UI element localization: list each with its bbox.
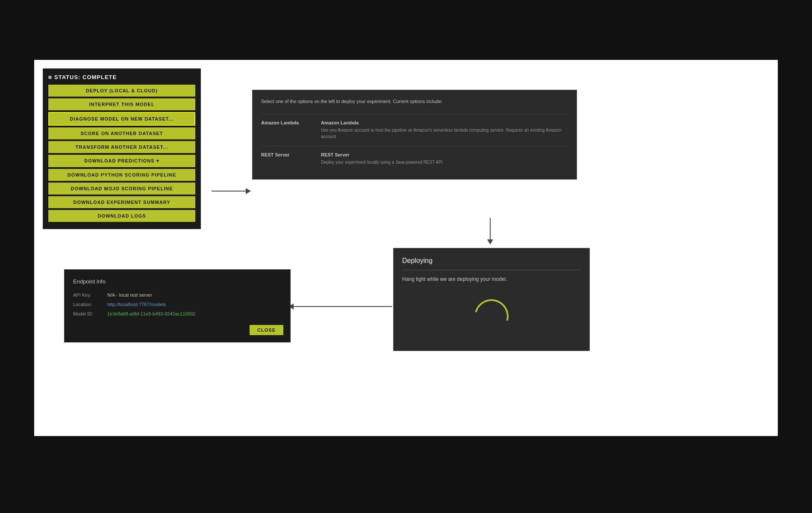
download-mojo-button[interactable]: DOWNLOAD MOJO SCORING PIPELINE [48, 183, 195, 195]
endpoint-row-location: Location: http://localhost:7767/models [73, 302, 282, 307]
deploying-text: Hang tight while we are deploying your m… [402, 276, 581, 282]
status-dot [48, 76, 52, 79]
arrow-left-line [294, 306, 392, 307]
download-pred-button[interactable]: DOWNLOAD PREDICTIONS ▾ [48, 155, 195, 167]
main-container: STATUS: COMPLETE DEPLOY (LOCAL & CLOUD) … [34, 60, 778, 436]
deploy-option-lambda[interactable]: Amazon Lambda Amazon Lambda Use you Amaz… [261, 114, 568, 146]
endpoint-location-label: Location: [73, 302, 107, 307]
endpoint-panel: Endpoint info API Key: N/A - local rest … [64, 269, 291, 342]
spinner-container [402, 295, 581, 342]
deploying-panel: Deploying Hang tight while we are deploy… [393, 248, 590, 351]
download-logs-button[interactable]: DOWNLOAD LOGS [48, 210, 195, 222]
arrow-right-head [246, 188, 251, 194]
endpoint-apikey-value: N/A - local rest server [107, 292, 152, 298]
deploy-option-rest[interactable]: REST Server REST Server Deploy your expe… [261, 146, 568, 171]
arrow-right [212, 188, 251, 194]
endpoint-row-apikey: API Key: N/A - local rest server [73, 292, 282, 298]
deploy-option-rest-desc: Deploy your experiment locally using a J… [321, 159, 568, 165]
arrow-down-head [487, 239, 493, 245]
deploy-option-lambda-desc: Use you Amazon account to host the pipel… [321, 127, 568, 140]
transform-button[interactable]: TRANSFORM ANOTHER DATASET... [48, 141, 195, 153]
deploy-button[interactable]: DEPLOY (LOCAL & CLOUD) [48, 85, 195, 97]
deploy-panel: Select one of the options on the left to… [252, 90, 577, 180]
deploy-option-lambda-title: Amazon Lambda [321, 120, 568, 125]
endpoint-location-value[interactable]: http://localhost:7767/models [107, 302, 166, 307]
arrow-down [487, 218, 493, 245]
close-button[interactable]: CLOSE [250, 325, 283, 335]
arrow-left [288, 304, 392, 310]
deploying-title: Deploying [402, 257, 581, 270]
score-button[interactable]: SCORE ON ANOTHER DATASET [48, 127, 195, 139]
status-bar: STATUS: COMPLETE [48, 74, 195, 80]
endpoint-apikey-label: API Key: [73, 292, 107, 298]
endpoint-modelid-label: Model ID: [73, 311, 107, 316]
download-python-button[interactable]: DOWNLOAD PYTHON SCORING PIPELINE [48, 169, 195, 181]
deploy-option-rest-title: REST Server [321, 152, 568, 157]
download-summary-button[interactable]: DOWNLOAD EXPERIMENT SUMMARY [48, 196, 195, 208]
interpret-button[interactable]: INTERPRET THIS MODEL [48, 98, 195, 110]
deploy-option-lambda-label: Amazon Lambda [261, 120, 321, 140]
endpoint-title: Endpoint info [73, 278, 282, 285]
deploy-option-lambda-content: Amazon Lambda Use you Amazon account to … [321, 120, 568, 140]
diagnose-button[interactable]: DIAGNOSE MODEL ON NEW DATASET... [48, 112, 195, 126]
bottom-white [34, 410, 778, 436]
endpoint-modelid-value: 1e3e9a68-a0bf-11e9-b493-0242ac110002 [107, 311, 196, 316]
status-text: STATUS: COMPLETE [54, 74, 117, 80]
deploy-option-rest-label: REST Server [261, 152, 321, 165]
arrow-right-line [212, 191, 246, 192]
arrow-down-line [490, 218, 491, 239]
left-panel: STATUS: COMPLETE DEPLOY (LOCAL & CLOUD) … [43, 68, 201, 229]
endpoint-row-modelid: Model ID: 1e3e9a68-a0bf-11e9-b493-0242ac… [73, 311, 282, 316]
loading-spinner [468, 293, 515, 339]
deploy-intro: Select one of the options on the left to… [261, 98, 568, 105]
deploy-option-rest-content: REST Server Deploy your experiment local… [321, 152, 568, 165]
